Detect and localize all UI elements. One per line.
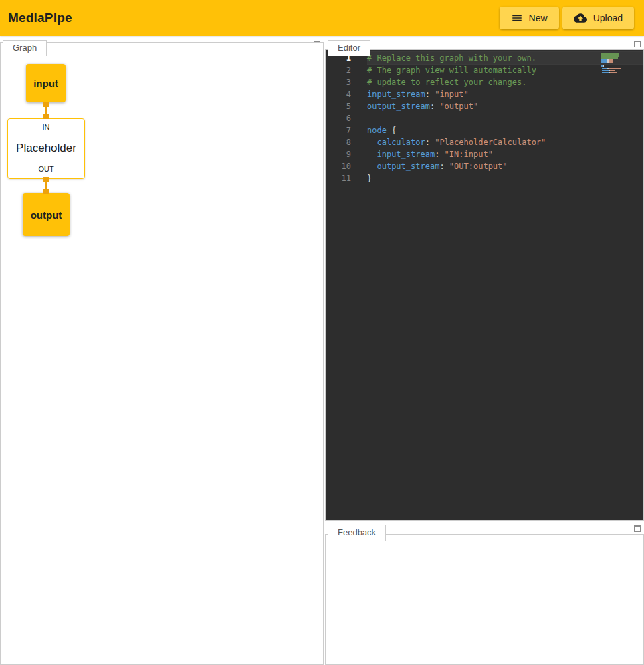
maximize-icon[interactable] bbox=[634, 525, 641, 532]
placeholder-out-port-label: OUT bbox=[38, 165, 53, 173]
editor-minimap[interactable] bbox=[601, 53, 629, 76]
graph-panel: Graph input IN Placeholder OUT output bbox=[0, 40, 324, 665]
line-number: 4 bbox=[326, 88, 351, 100]
output-port-icon bbox=[43, 177, 49, 182]
tab-editor[interactable]: Editor bbox=[328, 40, 370, 56]
cloud-upload-icon bbox=[574, 11, 587, 25]
graph-node-placeholder-label: Placeholder bbox=[16, 142, 76, 155]
edge-placeholder-output bbox=[43, 177, 49, 194]
line-number: 2 bbox=[326, 64, 351, 76]
upload-button-label: Upload bbox=[593, 13, 623, 23]
feedback-panel: Feedback bbox=[325, 525, 644, 665]
header-actions: New Upload bbox=[500, 7, 634, 29]
input-port-icon bbox=[43, 114, 49, 119]
maximize-icon[interactable] bbox=[314, 41, 320, 47]
editor-panel: Editor 1234567891011 # Replace this grap… bbox=[325, 40, 644, 521]
code-line[interactable]: calculator: "PlaceholderCalculator" bbox=[367, 136, 643, 148]
code-line[interactable]: node { bbox=[367, 124, 643, 136]
line-number: 7 bbox=[326, 124, 351, 136]
line-number: 10 bbox=[326, 160, 351, 172]
app-header: MediaPipe New Upload bbox=[0, 0, 644, 36]
code-line[interactable]: input_stream: "IN:input" bbox=[367, 148, 643, 160]
upload-button[interactable]: Upload bbox=[562, 7, 634, 29]
output-port-icon bbox=[43, 102, 49, 107]
graph-node-input-label: input bbox=[33, 78, 58, 89]
line-number: 9 bbox=[326, 148, 351, 160]
line-number: 6 bbox=[326, 112, 351, 124]
line-number: 8 bbox=[326, 136, 351, 148]
line-number: 11 bbox=[326, 172, 351, 184]
graph-canvas[interactable]: input IN Placeholder OUT output bbox=[0, 42, 324, 665]
input-port-icon bbox=[43, 189, 49, 194]
app-title: MediaPipe bbox=[8, 11, 72, 25]
feedback-content bbox=[325, 534, 644, 665]
code-line[interactable]: output_stream: "OUT:output" bbox=[367, 160, 643, 172]
new-button[interactable]: New bbox=[500, 7, 559, 29]
line-number: 5 bbox=[326, 100, 351, 112]
editor-gutter: 1234567891011 bbox=[326, 52, 351, 184]
line-number: 3 bbox=[326, 76, 351, 88]
placeholder-in-port-label: IN bbox=[43, 123, 50, 131]
edge-input-placeholder bbox=[43, 102, 49, 119]
code-line[interactable] bbox=[367, 112, 643, 124]
menu-icon bbox=[511, 12, 523, 24]
code-editor[interactable]: 1234567891011 # Replace this graph with … bbox=[325, 49, 644, 521]
tab-graph[interactable]: Graph bbox=[3, 40, 47, 56]
graph-node-input[interactable]: input bbox=[26, 64, 66, 102]
code-line[interactable]: # update to reflect your changes. bbox=[367, 76, 643, 88]
code-line[interactable]: input_stream: "input" bbox=[367, 88, 643, 100]
code-line[interactable]: output_stream: "output" bbox=[367, 100, 643, 112]
maximize-icon[interactable] bbox=[634, 41, 641, 47]
new-button-label: New bbox=[529, 13, 548, 23]
graph-node-output-label: output bbox=[31, 209, 62, 221]
graph-node-placeholder[interactable]: IN Placeholder OUT bbox=[7, 118, 85, 179]
code-line[interactable]: } bbox=[367, 172, 643, 184]
graph-node-output[interactable]: output bbox=[23, 193, 70, 236]
tab-feedback[interactable]: Feedback bbox=[328, 525, 386, 541]
